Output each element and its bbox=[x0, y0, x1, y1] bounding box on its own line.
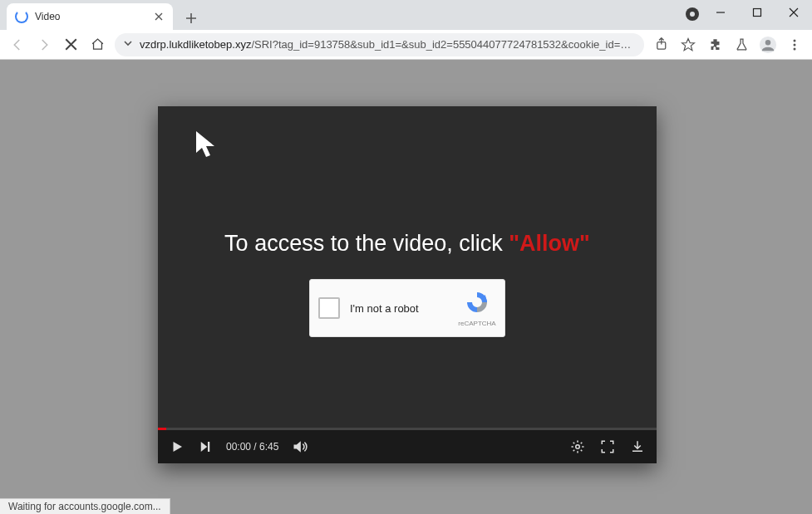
recaptcha-label: I'm not a robot bbox=[350, 302, 458, 315]
url-text: vzdrp.lukdliketobep.xyz/SRI?tag_id=91375… bbox=[140, 38, 636, 51]
svg-point-8 bbox=[794, 47, 796, 50]
titlebar: Video bbox=[0, 0, 812, 30]
volume-button[interactable] bbox=[292, 438, 308, 455]
browser-tab[interactable]: Video bbox=[7, 3, 173, 30]
labs-button[interactable] bbox=[729, 32, 754, 57]
toolbar: vzdrp.lukdliketobep.xyz/SRI?tag_id=91375… bbox=[0, 30, 812, 60]
player-body: To access to the video, click "Allow" I'… bbox=[158, 106, 657, 430]
stop-reload-button[interactable] bbox=[58, 32, 83, 57]
extensions-button[interactable] bbox=[702, 32, 727, 57]
page-content: To access to the video, click "Allow" I'… bbox=[0, 60, 812, 514]
window-controls bbox=[702, 0, 812, 25]
site-info-icon[interactable] bbox=[123, 38, 133, 51]
home-button[interactable] bbox=[85, 32, 110, 57]
bookmark-button[interactable] bbox=[676, 32, 701, 57]
svg-rect-10 bbox=[208, 442, 209, 452]
address-bar[interactable]: vzdrp.lukdliketobep.xyz/SRI?tag_id=91375… bbox=[115, 33, 644, 56]
back-button[interactable] bbox=[5, 32, 30, 57]
settings-button[interactable] bbox=[570, 439, 585, 454]
fullscreen-button[interactable] bbox=[600, 439, 615, 454]
recaptcha-logo: reCAPTCHA bbox=[458, 290, 496, 327]
next-button[interactable] bbox=[198, 439, 213, 454]
progress-bar[interactable] bbox=[158, 428, 657, 430]
close-window-button[interactable] bbox=[775, 0, 812, 25]
svg-point-5 bbox=[765, 40, 770, 45]
profile-button[interactable] bbox=[755, 32, 780, 57]
new-tab-button[interactable] bbox=[180, 7, 203, 30]
video-player: To access to the video, click "Allow" I'… bbox=[158, 106, 657, 463]
extension-indicator-icon[interactable] bbox=[685, 7, 700, 22]
svg-point-7 bbox=[794, 43, 796, 46]
svg-rect-2 bbox=[754, 9, 761, 17]
share-button[interactable] bbox=[649, 32, 674, 57]
forward-button[interactable] bbox=[32, 32, 57, 57]
recaptcha-box[interactable]: I'm not a robot reCAPTCHA bbox=[309, 279, 505, 337]
close-tab-button[interactable] bbox=[153, 11, 165, 22]
player-controls: 00:00 / 6:45 bbox=[158, 430, 657, 463]
status-bar: Waiting for accounts.google.com... bbox=[0, 498, 170, 514]
svg-point-6 bbox=[794, 39, 796, 42]
tab-title: Video bbox=[35, 11, 153, 22]
svg-point-11 bbox=[576, 445, 580, 449]
svg-point-1 bbox=[690, 12, 695, 17]
cursor-icon bbox=[194, 130, 220, 163]
minimize-button[interactable] bbox=[702, 0, 739, 25]
loading-spinner-icon bbox=[15, 10, 28, 23]
maximize-button[interactable] bbox=[739, 0, 775, 25]
recaptcha-checkbox[interactable] bbox=[318, 297, 340, 319]
play-button[interactable] bbox=[170, 439, 185, 454]
access-message: To access to the video, click "Allow" bbox=[158, 231, 657, 257]
download-button[interactable] bbox=[630, 439, 645, 454]
menu-button[interactable] bbox=[782, 32, 807, 57]
time-display: 00:00 / 6:45 bbox=[226, 441, 278, 453]
